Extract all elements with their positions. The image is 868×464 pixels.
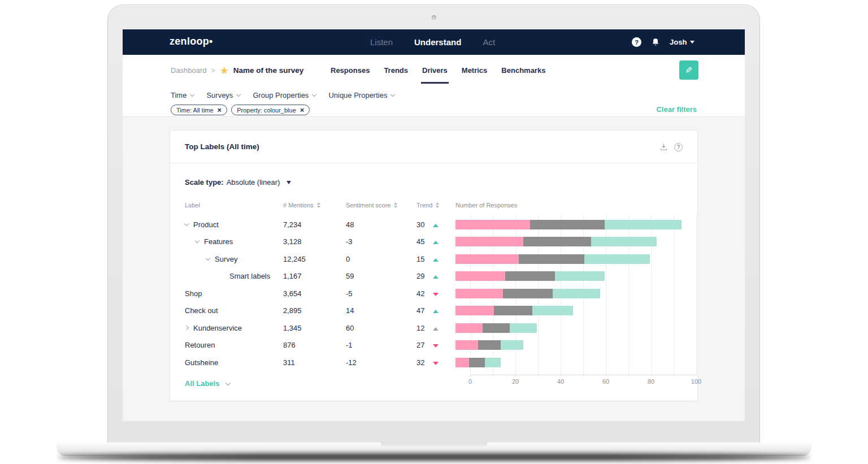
user-menu[interactable]: Josh: [670, 38, 695, 46]
tab-trends[interactable]: Trends: [384, 55, 408, 86]
all-labels-link[interactable]: All Labels: [185, 379, 230, 388]
stacked-bar[interactable]: [455, 323, 682, 333]
download-icon[interactable]: [659, 142, 668, 151]
bar-segment-gray: [505, 271, 555, 281]
nav-act[interactable]: Act: [483, 37, 495, 47]
label-cell[interactable]: Features: [185, 237, 283, 246]
label-cell[interactable]: Kundenservice: [185, 324, 283, 332]
table-row[interactable]: Kundenservice1,3456012: [185, 319, 682, 337]
trend-down-icon: [433, 293, 439, 296]
bar-segment-gray: [530, 220, 605, 229]
trend-arrow-cell: [433, 324, 455, 332]
table-row[interactable]: Retouren876-127: [185, 337, 682, 354]
chevron-right-icon[interactable]: [184, 326, 189, 330]
chart-x-axis: 020406080100: [470, 378, 697, 386]
trend-value: 27: [416, 341, 433, 349]
zenloop-logo[interactable]: zenloop•: [170, 36, 213, 47]
scale-type-selector[interactable]: Scale type: Absolute (linear): [185, 178, 291, 187]
column-sentiment[interactable]: Sentiment score: [346, 202, 416, 209]
trend-value: 42: [416, 289, 433, 298]
chevron-down-icon[interactable]: [184, 222, 189, 226]
label-cell[interactable]: Check out: [185, 306, 283, 315]
x-axis-line: [470, 375, 697, 375]
label-cell[interactable]: Gutsheine: [185, 358, 283, 367]
help-icon[interactable]: ?: [632, 37, 641, 47]
x-tick-label: 80: [644, 378, 658, 385]
tab-responses[interactable]: Responses: [331, 55, 370, 86]
bar-segment-teal: [532, 306, 573, 315]
trend-arrow-cell: [433, 237, 455, 246]
survey-header-bar: Dashboard > ★ Name of the survey Respons…: [123, 55, 745, 86]
filter-surveys[interactable]: Surveys: [206, 91, 240, 99]
label-cell[interactable]: Shop: [185, 289, 283, 298]
mentions-value: 3,654: [283, 289, 346, 298]
sentiment-value: 0: [346, 255, 416, 263]
stacked-bar[interactable]: [455, 358, 682, 367]
bar-cell: [455, 237, 682, 246]
chip-label: Time: All time: [176, 107, 214, 114]
tab-drivers[interactable]: Drivers: [422, 55, 448, 86]
tab-benchmarks[interactable]: Benchmarks: [501, 55, 545, 86]
bar-cell: [455, 271, 682, 281]
nav-listen[interactable]: Listen: [370, 37, 393, 47]
sort-icon[interactable]: [317, 202, 320, 208]
close-icon[interactable]: ×: [218, 106, 222, 114]
stacked-bar[interactable]: [455, 340, 682, 350]
mentions-value: 12,245: [283, 255, 346, 263]
sort-icon[interactable]: [394, 202, 397, 208]
filter-time[interactable]: Time: [171, 91, 194, 99]
stacked-bar[interactable]: [455, 306, 682, 315]
trend-up-icon: [433, 310, 439, 313]
table-row[interactable]: Survey12,245015: [185, 250, 682, 268]
nav-understand[interactable]: Understand: [414, 37, 461, 47]
label-cell[interactable]: Survey: [185, 255, 283, 263]
filter-unique-properties[interactable]: Unique Properties: [328, 91, 394, 99]
trend-up-neutral-icon: [433, 327, 439, 331]
trend-arrow-cell: [433, 341, 455, 349]
table-row[interactable]: Features3,128-345: [185, 233, 682, 251]
breadcrumb-dashboard[interactable]: Dashboard: [171, 66, 207, 75]
x-tick-label: 40: [553, 378, 568, 385]
column-trend[interactable]: Trend: [416, 202, 455, 209]
filter-chip-property[interactable]: Property: colour_blue ×: [231, 105, 310, 115]
edit-survey-button[interactable]: ✎: [679, 60, 698, 80]
label-cell[interactable]: Retouren: [185, 341, 283, 349]
chevron-down-icon: [390, 92, 395, 97]
label-cell[interactable]: Product: [185, 220, 283, 229]
table-row[interactable]: Shop3,654-542: [185, 285, 682, 302]
stacked-bar[interactable]: [455, 254, 682, 264]
filter-unique-properties-label: Unique Properties: [328, 91, 387, 99]
bell-icon[interactable]: [651, 37, 660, 47]
table-row[interactable]: Smart labels1,1675929: [185, 268, 682, 285]
stacked-bar[interactable]: [455, 271, 682, 281]
tab-metrics[interactable]: Metrics: [462, 55, 488, 86]
mentions-value: 7,234: [283, 220, 346, 229]
stacked-bar[interactable]: [455, 289, 682, 298]
filter-chip-time[interactable]: Time: All time ×: [171, 105, 227, 115]
mentions-value: 876: [283, 341, 346, 349]
stacked-bar[interactable]: [455, 220, 682, 229]
trend-value: 47: [416, 306, 433, 315]
bar-cell: [455, 289, 682, 298]
logo-dot-icon: •: [209, 36, 213, 47]
close-icon[interactable]: ×: [300, 106, 305, 114]
table-row[interactable]: Gutsheine311-1232: [185, 354, 682, 371]
column-mentions[interactable]: # Mentions: [283, 202, 346, 209]
label-cell[interactable]: Smart labels: [185, 272, 283, 280]
chevron-down-icon[interactable]: [195, 238, 199, 243]
page-content: Top Labels (All time) ? Scale type: Abso…: [123, 117, 745, 421]
filter-group-properties[interactable]: Group Properties: [253, 91, 316, 99]
star-icon[interactable]: ★: [220, 66, 229, 76]
clear-filters-link[interactable]: Clear filters: [656, 105, 697, 114]
chevron-down-icon[interactable]: [206, 256, 210, 261]
question-icon[interactable]: ?: [674, 143, 683, 151]
sort-icon[interactable]: [436, 202, 439, 208]
row-label: Retouren: [185, 341, 215, 349]
bar-segment-gray: [519, 254, 584, 264]
stacked-bar[interactable]: [455, 237, 682, 246]
table-row[interactable]: Product7,2344830: [185, 216, 682, 233]
table-row[interactable]: Check out2,8951447: [185, 302, 682, 320]
bar-segment-gray: [469, 358, 485, 367]
column-label: Label: [185, 202, 283, 209]
pencil-icon: ✎: [685, 65, 692, 76]
